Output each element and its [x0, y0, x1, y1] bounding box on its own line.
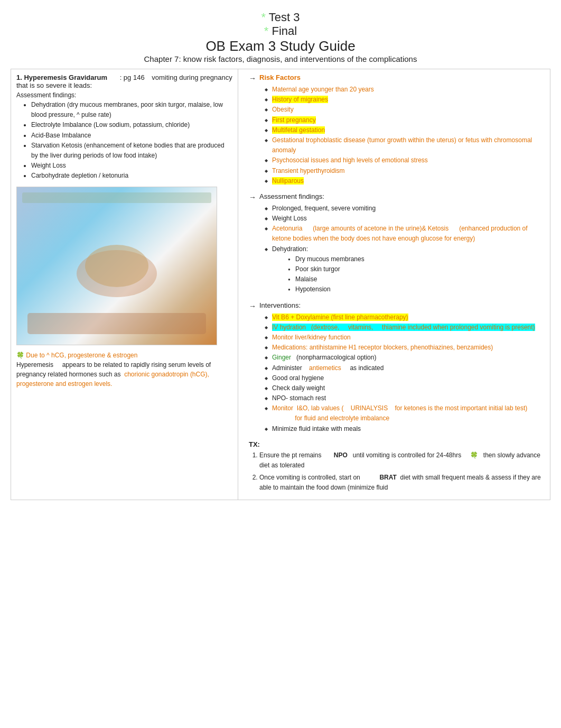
test-text: Test 3 — [269, 11, 300, 24]
list-item: Poor skin turgor — [288, 264, 545, 274]
list-item: Weight Loss — [31, 161, 232, 171]
rf-item: Psychosocial issues and high levels of e… — [272, 156, 428, 164]
antiemetics-item: antiemetics — [309, 364, 341, 372]
left-column: 1. Hyperemesis Gravidarum : pg 146 vomit… — [11, 69, 238, 500]
pg-ref: : pg 146 — [120, 73, 145, 81]
assessment-header: → Assessment findings: — [249, 192, 545, 201]
footnote-orange: Due to ^ hCG, progesterone & estrogen — [26, 352, 137, 359]
final-text: Final — [272, 24, 297, 38]
list-item: Obesity — [265, 105, 545, 115]
page-header: * Test 3 * Final OB Exam 3 Study Guide C… — [11, 11, 550, 63]
section-header: 1. Hyperemesis Gravidarum : pg 146 vomit… — [16, 73, 232, 89]
list-item: Acetonuria (large amounts of acetone in … — [265, 224, 545, 244]
assessment-label: Assessment findings: — [16, 91, 232, 99]
medications-item: Medications: antihistamine H1 receptor b… — [272, 344, 493, 351]
test-line: * Test 3 — [11, 11, 550, 24]
star2: * — [264, 24, 269, 38]
risk-factors-section: → Risk Factors Maternal age younger than… — [249, 73, 545, 186]
list-item: Maternal age younger than 20 years — [265, 85, 545, 95]
tx-label: TX: — [249, 440, 545, 448]
dehydration-sub: Dry mucous membranes Poor skin turgor Ma… — [272, 254, 545, 295]
list-item: Multifetal gestation — [265, 125, 545, 135]
right-column: → Risk Factors Maternal age younger than… — [244, 69, 550, 500]
list-item: Psychosocial issues and high levels of e… — [265, 155, 545, 165]
assessment-list: Prolonged, frequent, severe vomiting Wei… — [249, 204, 545, 295]
rf-item: Transient hyperthyroidism — [272, 167, 345, 174]
list-item: Gestational trophoblastic disease (tumor… — [265, 135, 545, 155]
page-subtitle: Chapter 7: know risk factors, diagnosis,… — [11, 54, 550, 63]
risk-factors-label: Risk Factors — [259, 73, 301, 81]
anatomy-image — [16, 187, 217, 345]
vit-b6-item: Vit B6 + Doxylamine (first line pharmaco… — [272, 314, 408, 321]
page-title: OB Exam 3 Study Guide — [11, 38, 550, 54]
arrow-icon: → — [249, 193, 256, 201]
main-content: 1. Hyperemesis Gravidarum : pg 146 vomit… — [11, 69, 550, 500]
footnote: 🍀 Due to ^ hCG, progesterone & estrogen … — [16, 351, 232, 389]
footnote-line1: 🍀 Due to ^ hCG, progesterone & estrogen — [16, 351, 232, 360]
list-item: Transient hyperthyroidism — [265, 166, 545, 176]
list-item: Dry mucous membranes — [288, 254, 545, 264]
section-name: Hyperemesis Gravidarum — [24, 73, 107, 81]
list-item: Ensure the pt remains NPO until vomiting… — [259, 450, 545, 471]
list-item: Prolonged, frequent, severe vomiting — [265, 204, 545, 214]
star1: * — [261, 11, 266, 24]
list-item: Carbohydrate depletion / ketonuria — [31, 171, 232, 181]
footnote-line2: Hyperemesis appears to be related to rap… — [16, 360, 232, 389]
assessment-section: → Assessment findings: Prolonged, freque… — [249, 192, 545, 295]
rf-item: First pregnancy — [272, 116, 316, 124]
rf-item: Gestational trophoblastic disease (tumor… — [272, 136, 532, 154]
monitor-io: Monitor I&O, lab values ( URINALYSIS for… — [272, 404, 527, 422]
list-item: Electrolyte Imbalance (Low sodium, potas… — [31, 120, 232, 130]
section-num: 1. — [16, 73, 22, 81]
assessment-label: Assessment findings: — [259, 192, 324, 200]
list-item: Medications: antihistamine H1 receptor b… — [265, 343, 545, 353]
list-item: First pregnancy — [265, 115, 545, 125]
list-item: Dehydration (dry mucous membranes, poor … — [31, 100, 232, 120]
list-item: Once vomiting is controlled, start on BR… — [259, 473, 545, 493]
list-item: NPO- stomach rest — [265, 393, 545, 403]
list-item: Monitor I&O, lab values ( URINALYSIS for… — [265, 403, 545, 423]
acetonuria-item: Acetonuria (large amounts of acetone in … — [272, 225, 528, 242]
list-item: Check daily weight — [265, 383, 545, 393]
list-item: Nulliparous — [265, 176, 545, 186]
list-item: Ginger (nonpharmacological option) — [265, 353, 545, 363]
list-item: Minimize fluid intake with meals — [265, 424, 545, 434]
arrow-icon: → — [249, 302, 256, 310]
interventions-section: → Interventions: Vit B6 + Doxylamine (fi… — [249, 301, 545, 434]
list-item: Hypotension — [288, 284, 545, 294]
monitor-liver: Monitor liver/kidney function — [272, 334, 351, 341]
interventions-label: Interventions: — [259, 301, 301, 309]
left-bullet-list: Dehydration (dry mucous membranes, poor … — [16, 100, 232, 181]
risk-factors-list: Maternal age younger than 20 years Histo… — [249, 85, 545, 186]
rf-item: Multifetal gestation — [272, 126, 325, 134]
tx-list: Ensure the pt remains NPO until vomiting… — [249, 450, 545, 493]
arrow-icon: → — [249, 74, 256, 82]
list-item: Monitor liver/kidney function — [265, 333, 545, 343]
interventions-header: → Interventions: — [249, 301, 545, 310]
iv-hydration-item: IV hydration (dextrose, vitamins, thiami… — [272, 324, 535, 331]
list-item: Dehydration: Dry mucous membranes Poor s… — [265, 244, 545, 295]
interventions-list: Vit B6 + Doxylamine (first line pharmaco… — [249, 312, 545, 434]
clover-icon: 🍀 — [16, 352, 24, 359]
list-item: Malaise — [288, 274, 545, 284]
list-item: Vit B6 + Doxylamine (first line pharmaco… — [265, 312, 545, 322]
rf-item: Obesity — [272, 106, 294, 113]
list-item: Acid-Base Imbalance — [31, 131, 232, 141]
list-item: Weight Loss — [265, 214, 545, 224]
tx-section: TX: Ensure the pt remains NPO until vomi… — [249, 440, 545, 493]
list-item: Administer antiemetics as indicated — [265, 363, 545, 373]
list-item: History of migraines — [265, 95, 545, 105]
ginger-item: Ginger — [272, 354, 291, 361]
list-item: IV hydration (dextrose, vitamins, thiami… — [265, 322, 545, 333]
list-item: Good oral hygiene — [265, 373, 545, 383]
final-line: * Final — [11, 24, 550, 38]
footnote-hormones: chorionic gonadotropin (hCG), progestero… — [16, 371, 209, 388]
rf-item: History of migraines — [272, 96, 328, 103]
rf-item: Maternal age younger than 20 years — [272, 86, 374, 93]
list-item: Starvation Ketosis (enhancement of keton… — [31, 141, 232, 161]
risk-factors-header: → Risk Factors — [249, 73, 545, 82]
rf-item: Nulliparous — [272, 177, 304, 185]
